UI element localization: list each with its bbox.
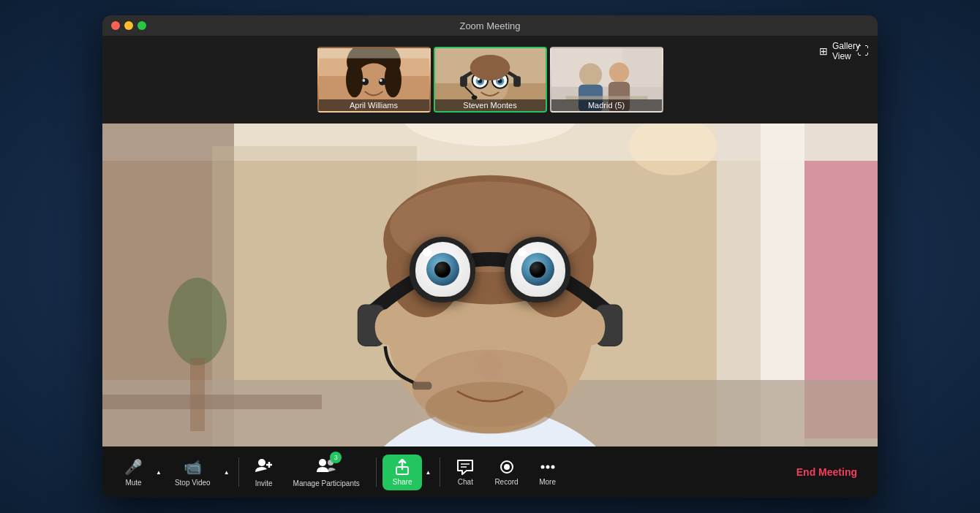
svg-point-65 bbox=[375, 309, 401, 346]
right-cartoon-eye bbox=[505, 237, 570, 303]
share-button[interactable]: Share bbox=[382, 455, 423, 490]
invite-label: Invite bbox=[255, 479, 273, 487]
svg-point-64 bbox=[478, 352, 502, 380]
camera-icon: 📹 bbox=[184, 458, 202, 476]
svg-rect-13 bbox=[460, 76, 467, 87]
video-group: 📹 Stop Video ▲ bbox=[165, 454, 233, 491]
left-cartoon-eye bbox=[410, 237, 475, 303]
manage-participants-button[interactable]: 3 Manage Participants bbox=[283, 453, 370, 492]
svg-point-63 bbox=[426, 382, 555, 434]
svg-point-79 bbox=[551, 465, 554, 468]
svg-point-5 bbox=[384, 62, 401, 98]
cartoon-eyes-filter bbox=[410, 237, 570, 303]
thumbnail-list: April Williams bbox=[317, 47, 663, 113]
madrid-label: Madrid (5) bbox=[551, 99, 662, 111]
video-arrow[interactable]: ▲ bbox=[221, 469, 233, 476]
close-button[interactable] bbox=[111, 21, 120, 30]
zoom-window: Zoom Meeting bbox=[102, 15, 878, 498]
svg-point-78 bbox=[546, 465, 549, 468]
share-icon bbox=[394, 459, 410, 475]
mute-label: Mute bbox=[125, 479, 141, 487]
microphone-icon: 🎤 bbox=[124, 458, 143, 476]
svg-point-6 bbox=[361, 78, 369, 86]
share-group: Share ▲ bbox=[382, 455, 434, 490]
svg-point-7 bbox=[378, 78, 385, 86]
separator-1 bbox=[238, 457, 239, 487]
svg-point-67 bbox=[258, 459, 265, 466]
stop-video-label: Stop Video bbox=[175, 479, 211, 487]
steven-label: Steven Montes bbox=[435, 99, 546, 111]
minimize-button[interactable] bbox=[124, 21, 133, 30]
record-icon bbox=[498, 459, 516, 475]
gallery-view-button[interactable]: ⊞ Gallery View bbox=[819, 41, 860, 61]
svg-point-32 bbox=[578, 64, 601, 86]
window-title: Zoom Meeting bbox=[459, 20, 520, 31]
thumbnail-april[interactable]: April Williams bbox=[317, 47, 431, 113]
manage-participants-label: Manage Participants bbox=[293, 479, 360, 487]
participants-icon-container: 3 bbox=[317, 457, 336, 476]
svg-rect-14 bbox=[513, 76, 521, 87]
thumbnail-steven[interactable]: Steven Montes bbox=[434, 47, 547, 113]
participants-badge: 3 bbox=[330, 452, 342, 463]
mute-arrow[interactable]: ▲ bbox=[153, 469, 165, 476]
more-icon bbox=[539, 459, 557, 475]
end-meeting-button[interactable]: End Meeting bbox=[788, 460, 866, 484]
more-button[interactable]: More bbox=[529, 455, 567, 490]
invite-button[interactable]: Invite bbox=[245, 453, 283, 492]
grid-icon: ⊞ bbox=[819, 45, 828, 57]
mute-button[interactable]: 🎤 Mute bbox=[114, 454, 153, 491]
mute-group: 🎤 Mute ▲ bbox=[114, 454, 165, 491]
svg-point-77 bbox=[540, 465, 544, 468]
record-label: Record bbox=[494, 478, 518, 486]
svg-point-34 bbox=[608, 63, 628, 83]
stop-video-button[interactable]: 📹 Stop Video bbox=[165, 454, 221, 491]
chat-button[interactable]: Chat bbox=[446, 455, 484, 490]
title-bar: Zoom Meeting bbox=[102, 15, 878, 36]
chat-icon bbox=[456, 459, 474, 475]
april-label: April Williams bbox=[319, 99, 429, 111]
separator-2 bbox=[376, 457, 377, 487]
svg-point-9 bbox=[379, 79, 382, 82]
main-video-area bbox=[102, 123, 878, 446]
meeting-toolbar: 🎤 Mute ▲ 📹 Stop Video ▲ bbox=[102, 446, 878, 498]
separator-3 bbox=[440, 457, 440, 487]
gallery-controls: ⊞ Gallery View ⛶ bbox=[851, 45, 869, 58]
invite-icon bbox=[255, 457, 273, 474]
more-label: More bbox=[539, 478, 556, 486]
share-label: Share bbox=[393, 478, 412, 486]
record-button[interactable]: Record bbox=[484, 455, 528, 490]
svg-point-26 bbox=[470, 55, 510, 80]
share-arrow[interactable]: ▲ bbox=[422, 469, 434, 476]
gallery-view-label: Gallery View bbox=[832, 41, 860, 61]
svg-point-8 bbox=[362, 79, 365, 82]
chat-label: Chat bbox=[458, 478, 473, 486]
gallery-strip: April Williams bbox=[102, 36, 878, 123]
svg-point-76 bbox=[504, 464, 510, 470]
invite-icon-container bbox=[255, 457, 273, 476]
svg-rect-10 bbox=[319, 48, 429, 58]
svg-point-66 bbox=[579, 309, 605, 346]
traffic-lights bbox=[111, 21, 146, 30]
svg-point-70 bbox=[319, 459, 326, 466]
svg-point-4 bbox=[346, 62, 363, 98]
thumbnail-madrid[interactable]: Madrid (5) bbox=[550, 47, 663, 113]
maximize-button[interactable] bbox=[137, 21, 146, 30]
